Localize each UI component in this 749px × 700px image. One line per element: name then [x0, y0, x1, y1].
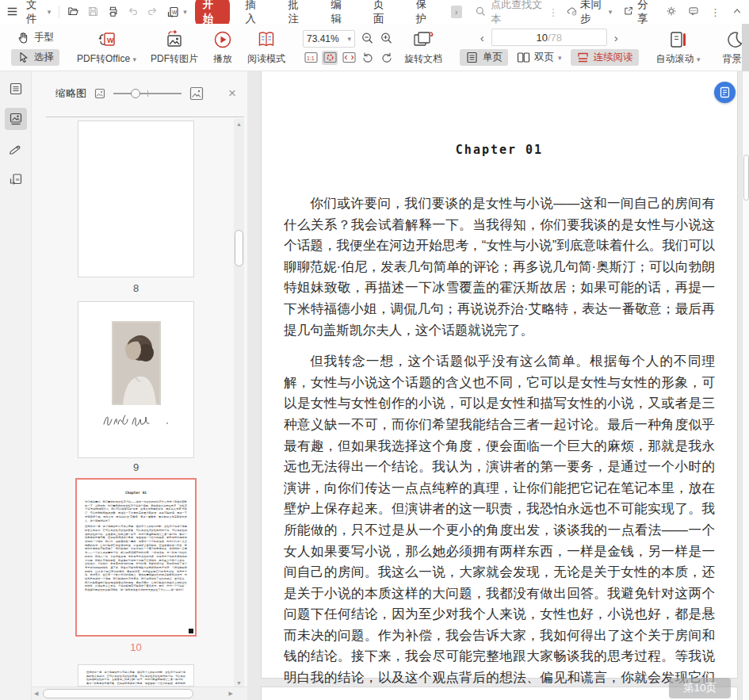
- document-view[interactable]: Chapter 01 你们或许要问，我们要谈的是女性与小说——这和一间自己的房间…: [247, 71, 742, 700]
- open-file-icon[interactable]: [67, 6, 79, 19]
- thumb-corner-marker: [189, 629, 193, 633]
- page-text: 你们或许要问，我们要谈的是女性与小说——这和一间自己的房间有什么关系？我会试着解…: [262, 193, 737, 700]
- save-icon[interactable]: [87, 6, 99, 19]
- double-page-icon: [517, 51, 530, 64]
- redo-icon[interactable]: [147, 6, 159, 19]
- actual-size-icon[interactable]: 1:1: [303, 51, 319, 65]
- svg-text:w: w: [15, 177, 20, 182]
- fit-page-icon[interactable]: [322, 51, 338, 65]
- panel-vertical-scrollbar[interactable]: ▲ ▼: [234, 119, 244, 688]
- scroll-left-icon[interactable]: ◀: [34, 690, 38, 697]
- pdf-to-office-button[interactable]: W PDF转Office ▾: [72, 28, 141, 67]
- search-box[interactable]: 点此查找文本 ⋮: [475, 0, 559, 26]
- thumbnail-page-8[interactable]: [78, 120, 194, 277]
- undo-icon[interactable]: [127, 6, 139, 19]
- panel-horizontal-scrollbar[interactable]: ◀ ▶: [32, 687, 247, 700]
- menu-bar: 文件 ▾ W ▾ 开始 插入 批注 编辑 页面 保护 ›: [0, 0, 749, 24]
- scroll-right-icon[interactable]: ▶: [229, 690, 233, 697]
- continuous-read-button[interactable]: 连续阅读: [571, 49, 639, 66]
- cloud-offline-icon: [567, 6, 577, 19]
- sidebar-rail: w: [0, 71, 32, 700]
- panel-scrollbar-thumb[interactable]: [235, 230, 243, 266]
- doc-assistant-button[interactable]: [714, 82, 736, 103]
- portrait-photo: [112, 321, 161, 405]
- slider-knob[interactable]: [131, 89, 140, 98]
- gear-icon[interactable]: [666, 6, 677, 19]
- collapse-ribbon-icon[interactable]: [732, 6, 743, 19]
- chevron-down-icon: ▾: [347, 35, 351, 43]
- pdf-page-11: [262, 687, 737, 700]
- divider: [59, 6, 59, 18]
- document-vertical-scrollbar[interactable]: [742, 71, 749, 700]
- read-mode-icon: [256, 29, 277, 50]
- search-options-icon[interactable]: ⋮: [548, 6, 559, 18]
- zoom-out-icon[interactable]: [361, 32, 374, 45]
- continuous-read-label: 连续阅读: [594, 51, 633, 64]
- read-mode-button[interactable]: 阅读模式: [243, 28, 290, 67]
- paragraph: 你们或许要问，我们要谈的是女性与小说——这和一间自己的房间有什么关系？我会试着解…: [284, 193, 715, 341]
- auto-scroll-button[interactable]: 自动滚动 ▾: [652, 28, 705, 67]
- thumbnail-page-10-selected[interactable]: Chapter 01 你们或许要问，我们要谈的是女性与小说——这和一间自己的房间…: [75, 478, 197, 637]
- auto-scroll-group: 自动滚动 ▾: [645, 24, 712, 71]
- close-panel-icon[interactable]: ×: [228, 86, 236, 101]
- thumbnail-page-11[interactable]: 但我转念一想，这个话题似乎没有这么简单。根据每个人的不同理解，女性与小说这个话题…: [78, 664, 194, 687]
- rotate-document-button[interactable]: 旋转文档: [399, 28, 447, 67]
- chevron-down-icon: ▾: [183, 8, 187, 16]
- zoom-level-combo[interactable]: 73.41% ▾: [303, 30, 355, 48]
- thumbnail-size-slider[interactable]: [113, 88, 182, 99]
- zoom-level-value: 73.41%: [307, 33, 339, 44]
- double-page-button[interactable]: 双页 ▾: [511, 49, 567, 66]
- page-indicator-badge: 第10页: [669, 678, 731, 698]
- fit-width-icon[interactable]: [341, 51, 357, 65]
- file-menu[interactable]: 文件 ▾: [26, 0, 51, 26]
- hand-tool-button[interactable]: 手型: [11, 29, 59, 46]
- pdf-to-office-icon: W: [97, 29, 117, 50]
- thumb-text: 你们或许要问，我们要谈的是女性与小说——这和一间自己的房间有什么关系？我会试着解…: [85, 500, 187, 522]
- export-doc-icon: W: [166, 6, 180, 19]
- pdf-to-image-button[interactable]: PDF转图片: [146, 28, 203, 67]
- outline-panel-icon[interactable]: [5, 78, 27, 100]
- thumb-chapter-title: Chapter 01: [85, 491, 187, 495]
- thumbnail-panel-icon[interactable]: [5, 108, 27, 130]
- menubar-right: 未同步 ▾ 分享 ⋮: [567, 0, 743, 26]
- rotate-left-icon[interactable]: [360, 51, 376, 65]
- thumbnail-page-9[interactable]: [78, 301, 194, 458]
- slider-tick: [147, 90, 148, 97]
- print-icon[interactable]: [107, 6, 119, 19]
- previous-page-icon[interactable]: ‹: [478, 31, 487, 44]
- tabs-overflow-button[interactable]: ›: [451, 6, 462, 18]
- more-options-icon[interactable]: ⋮: [710, 6, 720, 18]
- sync-status[interactable]: 未同步 ▾: [567, 0, 613, 26]
- single-page-button[interactable]: 单页: [460, 49, 508, 66]
- share-label: 分享: [637, 0, 655, 26]
- scroll-down-icon[interactable]: ▼: [234, 680, 244, 686]
- cursor-icon: [17, 51, 30, 64]
- current-page: 10: [536, 32, 547, 44]
- panel-hscrollbar-thumb[interactable]: [43, 689, 193, 698]
- large-thumbnail-icon[interactable]: [189, 86, 204, 101]
- play-icon: [212, 29, 233, 50]
- file-menu-label: 文件: [26, 0, 44, 26]
- auto-scroll-icon: [667, 29, 688, 50]
- page-number-input[interactable]: 10/78: [491, 29, 607, 46]
- panel-title: 缩略图: [55, 86, 86, 101]
- side-panel-handle[interactable]: [742, 24, 749, 71]
- select-tool-button[interactable]: 选择: [11, 49, 59, 66]
- rotate-right-icon[interactable]: [379, 51, 395, 65]
- play-button[interactable]: 播放: [208, 28, 238, 67]
- hand-icon: [17, 31, 30, 44]
- export-panel-icon[interactable]: w: [5, 168, 27, 190]
- next-page-icon[interactable]: ›: [612, 31, 621, 44]
- small-thumbnail-icon[interactable]: [94, 88, 105, 99]
- feedback-icon[interactable]: [688, 6, 699, 19]
- hamburger-menu-icon[interactable]: [6, 6, 18, 19]
- play-label: 播放: [213, 52, 232, 66]
- chevron-down-icon: ▾: [558, 54, 562, 62]
- document-scrollbar-thumb[interactable]: [743, 155, 749, 201]
- scroll-up-icon[interactable]: ▲: [234, 121, 244, 127]
- annotation-panel-icon[interactable]: [5, 138, 27, 160]
- zoom-in-icon[interactable]: [380, 32, 393, 45]
- export-doc-button[interactable]: W ▾: [166, 6, 187, 19]
- share-button[interactable]: 分享: [623, 0, 655, 26]
- thumbnail-label-9: 9: [78, 461, 194, 473]
